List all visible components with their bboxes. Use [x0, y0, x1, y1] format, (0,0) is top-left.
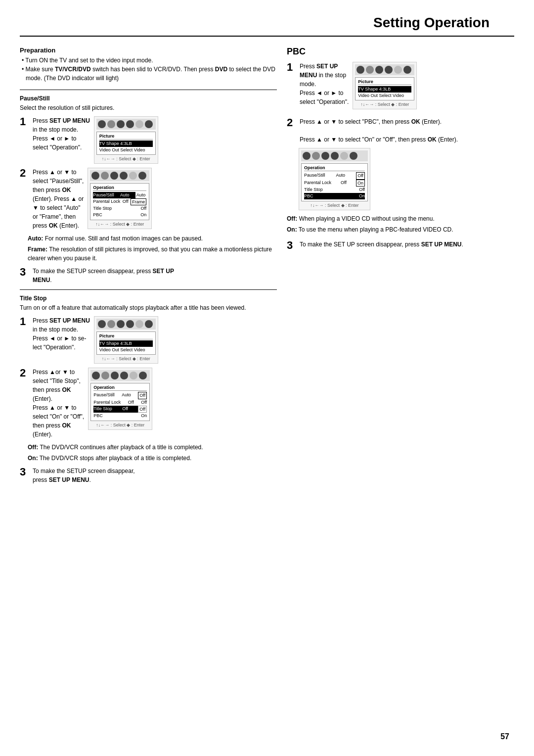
prep-bullet-2: • Make sure TV/VCR/DVD switch has been s… — [20, 65, 277, 83]
step1-content: Press SET UP MENU in the stop mode. Pres… — [33, 116, 158, 164]
ts-step1-content: Press SET UP MENU in the stop mode. Pres… — [33, 316, 158, 364]
pbc-off-note: Off: When playing a VIDEO CD without usi… — [287, 214, 514, 223]
ts-step1-text: Press SET UP MENU in the stop mode. Pres… — [33, 316, 90, 352]
screen-mockup-2: Operation Pause/Still Auto Auto Parental… — [88, 168, 152, 229]
screen-mockup-1: Picture TV Shape 4:3LB Video Out Select … — [94, 116, 158, 164]
pbc-step-number-2: 2 — [287, 117, 296, 128]
auto-note: Auto: For normal use. Still and fast mot… — [28, 234, 277, 243]
step3-text: To make the SETUP screen disappear, pres… — [33, 267, 277, 284]
title-stop-off-note: Off: The DVD/VCR continues after playbac… — [28, 443, 277, 452]
step-number-1b: 1 — [20, 316, 29, 327]
title-stop-step1: 1 Press SET UP MENU in the stop mode. Pr… — [20, 316, 277, 364]
pbc-step1: 1 Press SET UP MENU in the stop mode. Pr… — [287, 62, 514, 109]
right-column: PBC 1 Press SET UP MENU in the stop mode… — [287, 47, 514, 488]
screen-mockup-4: Operation Pause/StillAutoOff Parental Lo… — [88, 368, 152, 429]
pause-still-desc: Select the resolution of still pictures. — [20, 103, 277, 112]
screen-mockup-3: Picture TV Shape 4:3LB Video Out Select … — [94, 316, 158, 364]
step2-content: Press ▲ or ▼ to select "Pause/Still", th… — [33, 168, 152, 230]
step-number-3b: 3 — [20, 467, 29, 477]
pbc-step2: 2 Press ▲ or ▼ to select "PBC", then pre… — [287, 117, 514, 144]
preparation-heading: Preparation — [20, 47, 277, 54]
title-stop-section: Title Stop Turn on or off a feature that… — [20, 295, 277, 484]
preparation-section: Preparation • Turn ON the TV and set to … — [20, 47, 277, 83]
pbc-step3-text: To make the SET UP screen disappear, pre… — [300, 240, 514, 249]
title-stop-step2: 2 Press ▲or ▼ to select "Title Stop", th… — [20, 368, 277, 439]
title-stop-step3: 3 To make the SETUP screen disappear,pre… — [20, 467, 277, 484]
pbc-step2-text: Press ▲ or ▼ to select "PBC", then press… — [300, 117, 514, 144]
ts-step2-content: Press ▲or ▼ to select "Title Stop", then… — [33, 368, 152, 439]
step1-text: Press SET UP MENU in the stop mode. Pres… — [33, 116, 90, 152]
pause-still-step3: 3 To make the SETUP screen disappear, pr… — [20, 267, 277, 284]
title-stop-on-note: On: The DVD/VCR stops after playback of … — [28, 454, 277, 463]
page-number: 57 — [500, 732, 509, 741]
step-number-2b: 2 — [20, 368, 29, 378]
pbc-screen-mockup-1: Picture TV Shape 4:3LB Video Out Select … — [353, 62, 417, 109]
pause-still-step1: 1 Press SET UP MENU in the stop mode. Pr… — [20, 116, 277, 164]
pbc-step1-text: Press SET UP MENU in the stop mode. Pres… — [300, 62, 349, 106]
step-number-1a: 1 — [20, 116, 29, 127]
pbc-step1-content: Press SET UP MENU in the stop mode. Pres… — [300, 62, 417, 109]
pbc-heading: PBC — [287, 47, 514, 57]
title-stop-desc: Turn on or off a feature that automatica… — [20, 303, 277, 312]
frame-note: Frame: The resolution of still pictures … — [28, 245, 277, 263]
step-number-3a: 3 — [20, 267, 29, 278]
pause-still-section: Pause/Still Select the resolution of sti… — [20, 95, 277, 284]
title-stop-heading: Title Stop — [20, 295, 277, 302]
step-number-2a: 2 — [20, 168, 29, 179]
pbc-step3: 3 To make the SET UP screen disappear, p… — [287, 240, 514, 251]
pause-still-step2: 2 Press ▲ or ▼ to select "Pause/Still", … — [20, 168, 277, 230]
pbc-on-note: On: To use the menu when playing a PBC-f… — [287, 225, 514, 234]
step2-text: Press ▲ or ▼ to select "Pause/Still", th… — [33, 168, 84, 230]
left-column: Preparation • Turn ON the TV and set to … — [20, 47, 277, 488]
page-title: Setting Operation — [20, 0, 514, 37]
pbc-step-number-3: 3 — [287, 240, 296, 251]
pbc-step-number-1: 1 — [287, 62, 296, 73]
ts-step3-text: To make the SETUP screen disappear,press… — [33, 467, 277, 484]
prep-bullet-1: • Turn ON the TV and set to the video in… — [20, 56, 277, 65]
pbc-screen-mockup-2: Operation Pause/StillAutoOff Parental Lo… — [299, 148, 514, 210]
ts-step2-text: Press ▲or ▼ to select "Title Stop", then… — [33, 368, 84, 439]
pause-still-heading: Pause/Still — [20, 95, 277, 102]
